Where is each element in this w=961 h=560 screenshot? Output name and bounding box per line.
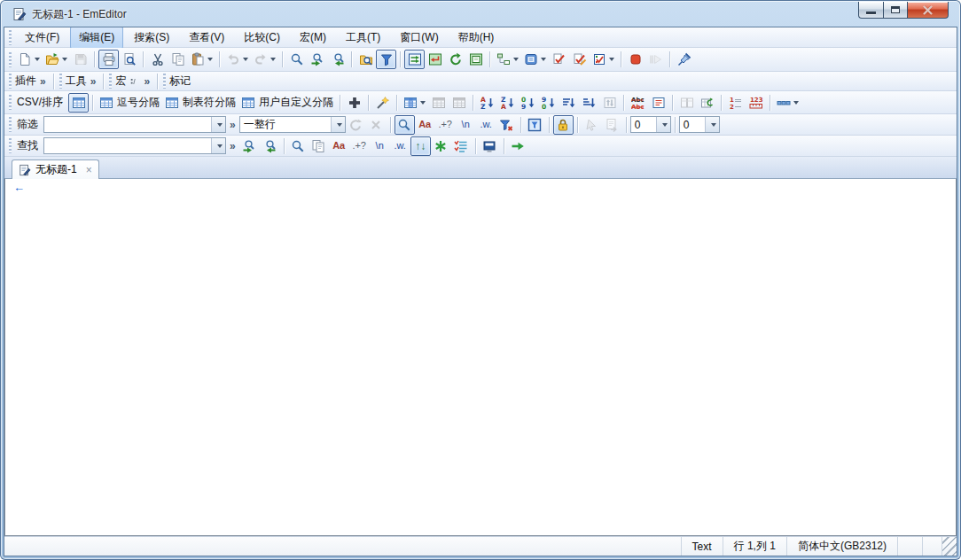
close-button[interactable] (908, 2, 949, 19)
regex-button[interactable]: .+? (349, 136, 370, 156)
redo-button[interactable] (251, 50, 278, 69)
tab-untitled-1[interactable]: 无标题-1 × (12, 159, 99, 179)
toolbar-gripper[interactable] (9, 117, 12, 132)
filter-box-button[interactable] (525, 115, 545, 135)
column-headers-button[interactable] (774, 93, 801, 113)
match-case-button[interactable]: Aa (329, 136, 349, 156)
print-preview-button[interactable] (119, 50, 139, 69)
status-encoding[interactable]: 简体中文(GB2312) (786, 537, 897, 556)
clear-filter-button[interactable] (496, 115, 517, 135)
menu-help[interactable]: 帮助(H) (449, 27, 504, 49)
resize-grip[interactable] (941, 537, 957, 556)
toolbar-gripper[interactable] (59, 74, 62, 89)
copy-button[interactable] (168, 50, 188, 69)
print-button[interactable] (98, 50, 119, 69)
toolbar-gripper[interactable] (9, 74, 12, 89)
find-input[interactable] (43, 137, 226, 154)
overflow-chevron-icon[interactable]: » (40, 75, 46, 88)
record-macro-button[interactable] (625, 50, 645, 69)
title-bar[interactable]: 无标题-1 - EmEditor (4, 0, 957, 27)
minimize-button[interactable] (858, 2, 883, 19)
sort-longer-first-button[interactable] (579, 93, 599, 113)
copy-results-button[interactable] (309, 136, 329, 156)
whole-word-button[interactable]: .w. (476, 115, 496, 135)
extract-document-button[interactable] (602, 115, 622, 135)
wrap-by-page-button[interactable] (465, 50, 486, 69)
filter-scope-select[interactable]: 一整行 (239, 116, 346, 133)
sort-ascending-number-button[interactable] (518, 93, 538, 113)
menu-tools[interactable]: 工具(T) (337, 27, 389, 49)
select-column-button[interactable] (401, 93, 428, 113)
editor-area[interactable]: ← (4, 179, 957, 536)
levels-above-select[interactable]: 0 (630, 116, 671, 133)
sort-za-button[interactable] (497, 93, 518, 113)
cut-button[interactable] (147, 50, 168, 69)
filter-input[interactable] (43, 116, 226, 133)
maximize-button[interactable] (883, 2, 908, 19)
plugins-button[interactable] (521, 50, 549, 69)
sort-az-button[interactable] (477, 93, 497, 113)
select-matched-button[interactable] (582, 115, 602, 135)
menu-window[interactable]: 窗口(W) (391, 27, 447, 49)
ruler-button[interactable] (746, 93, 766, 113)
escape-sequence-button[interactable]: \n (456, 115, 476, 135)
overflow-chevron-icon[interactable]: » (90, 75, 97, 88)
menu-search[interactable]: 搜索(S) (125, 27, 178, 49)
overflow-chevron-icon[interactable]: » (144, 75, 150, 88)
bookmark-all-button[interactable] (451, 136, 472, 156)
save-button[interactable] (70, 50, 90, 69)
macro-item-icon[interactable] (128, 76, 138, 87)
tab-separated-button[interactable]: 制表符分隔 (162, 93, 238, 113)
lock-filter-button[interactable] (553, 115, 574, 135)
toolbar-gripper[interactable] (9, 52, 12, 67)
regex-button[interactable]: .+? (435, 115, 456, 135)
open-file-button[interactable] (43, 50, 70, 69)
no-wrap-button[interactable] (404, 50, 425, 69)
incremental-search-button[interactable] (288, 136, 309, 156)
frame-view-button[interactable] (648, 93, 668, 113)
new-document-button[interactable] (15, 50, 43, 69)
add-separator-button[interactable] (344, 93, 364, 113)
menu-file[interactable]: 文件(F) (16, 27, 68, 49)
whole-word-button[interactable]: .w. (390, 136, 410, 156)
pin-button[interactable] (674, 50, 694, 69)
incremental-filter-button[interactable] (395, 115, 415, 135)
menu-edit[interactable]: 编辑(E) (70, 27, 123, 49)
toolbar-gripper[interactable] (109, 74, 112, 89)
marks-button[interactable] (590, 50, 617, 69)
tab-close-icon[interactable]: × (86, 165, 92, 175)
line-numbers-button[interactable] (725, 93, 746, 113)
menu-view[interactable]: 查看(V) (180, 27, 233, 49)
combo-dropdown-icon[interactable] (705, 117, 719, 132)
find-next-button[interactable] (239, 136, 260, 156)
highlight-all-button[interactable] (431, 136, 451, 156)
match-case-button[interactable]: Aa (415, 115, 435, 135)
paste-button[interactable] (188, 50, 215, 69)
menu-macros[interactable]: 宏(M) (291, 27, 335, 49)
merge-columns-button[interactable] (676, 93, 697, 113)
wrap-by-window-button[interactable] (445, 50, 465, 69)
close-filter-button[interactable] (366, 115, 387, 135)
overflow-chevron-icon[interactable]: » (230, 119, 236, 131)
comma-separated-button[interactable]: 逗号分隔 (97, 93, 162, 113)
escape-sequence-button[interactable]: \n (370, 136, 390, 156)
run-macro-button[interactable] (645, 50, 666, 69)
refresh-filter-button[interactable] (346, 115, 366, 135)
toolbar-gripper[interactable] (9, 138, 12, 153)
find-previous-button[interactable] (260, 136, 280, 156)
find-in-files-button[interactable] (355, 50, 376, 69)
undo-button[interactable] (223, 50, 251, 69)
display-panel-button[interactable] (480, 136, 500, 156)
csv-mode-button[interactable] (68, 93, 89, 113)
find-button[interactable] (286, 50, 307, 69)
sort-shorter-first-button[interactable] (559, 93, 579, 113)
user-defined-separated-button[interactable]: 用户自定义分隔 (238, 93, 336, 113)
outline-button[interactable] (494, 50, 521, 69)
combo-dropdown-icon[interactable] (656, 117, 670, 132)
find-next-button[interactable] (307, 50, 327, 69)
filter-toolbar-toggle-button[interactable] (376, 50, 396, 69)
toolbar-gripper[interactable] (9, 95, 12, 110)
sort-descending-number-button[interactable] (538, 93, 559, 113)
reverse-order-button[interactable] (599, 93, 620, 113)
syntax-check-button[interactable] (549, 50, 569, 69)
